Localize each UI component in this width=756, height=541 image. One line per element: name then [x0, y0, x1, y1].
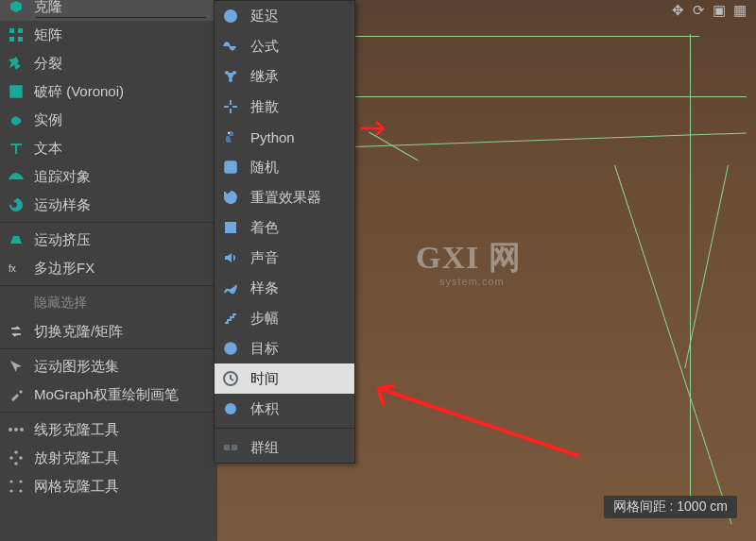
svg-point-30 — [229, 347, 232, 350]
svg-rect-22 — [225, 161, 236, 173]
menu-item-label: 放射克隆工具 — [34, 449, 217, 467]
python-icon — [220, 127, 241, 147]
sub-item-time[interactable]: 时间 — [215, 363, 354, 394]
viewport-move-icon[interactable]: ✥ — [669, 2, 686, 19]
menu-item-gridclone[interactable]: 网格克隆工具 — [0, 472, 217, 500]
sub-item-spline[interactable]: 样条 — [215, 273, 354, 303]
sub-item-label: 体积 — [250, 400, 279, 418]
status-grid-spacing: 网格间距 : 1000 cm — [604, 496, 737, 518]
svg-rect-0 — [9, 28, 14, 33]
svg-rect-37 — [232, 445, 237, 450]
menu-item-fracture[interactable]: 分裂 — [0, 49, 217, 77]
spiral-icon — [6, 194, 26, 215]
svg-point-8 — [14, 450, 18, 454]
sub-item-sound[interactable]: 声音 — [215, 243, 354, 273]
menu-item-label: 运动图形选集 — [34, 358, 217, 376]
menu-item-label: 破碎 (Voronoi) — [34, 83, 217, 101]
sub-item-push[interactable]: 推散 — [215, 92, 354, 122]
sub-item-step[interactable]: 步幅 — [215, 303, 354, 333]
svg-rect-36 — [224, 445, 230, 450]
menu-item-mospline[interactable]: 运动样条 — [0, 191, 217, 219]
sub-item-label: 随机 — [250, 159, 279, 177]
svg-point-33 — [227, 405, 229, 407]
svg-point-17 — [229, 14, 232, 18]
effectors-submenu: 延迟 公式 继承 推散 Python 随机 重置效果器 着色 声音 样条 步幅 — [214, 0, 355, 464]
watermark-text: GXI 网 — [416, 236, 522, 279]
svg-rect-27 — [225, 222, 231, 228]
cube-icon — [6, 0, 26, 17]
menu-item-label: 运动挤压 — [34, 231, 217, 249]
menu-item-label: 运动样条 — [34, 196, 217, 214]
voronoi-icon — [6, 81, 26, 102]
svg-point-25 — [232, 163, 235, 166]
clock-icon — [220, 368, 241, 389]
svg-point-11 — [9, 456, 13, 460]
menu-item-polyfx[interactable]: fx 多边形FX — [0, 254, 217, 282]
svg-point-9 — [19, 456, 23, 460]
menu-item-label: 分裂 — [34, 55, 217, 73]
svg-point-34 — [232, 407, 233, 409]
menu-item-weightbrush[interactable]: MoGraph权重绘制画笔 — [0, 380, 217, 409]
submenu-separator — [215, 428, 354, 429]
svg-point-12 — [9, 480, 12, 482]
extrude-icon — [6, 229, 26, 250]
sub-item-label: 推散 — [250, 98, 279, 116]
reset-icon — [220, 187, 241, 208]
svg-point-10 — [14, 462, 18, 465]
viewport-cam-icon[interactable]: ▦ — [731, 2, 748, 19]
sub-item-random[interactable]: 随机 — [215, 152, 354, 182]
menu-item-swap[interactable]: 切换克隆/矩阵 — [0, 317, 217, 346]
sub-item-formula[interactable]: 公式 — [215, 31, 354, 61]
sub-item-target[interactable]: 目标 — [215, 333, 354, 363]
menu-item-label: 隐藏选择 — [34, 295, 217, 312]
polyfx-icon: fx — [6, 258, 26, 279]
random-icon — [220, 157, 241, 178]
menu-item-label: 多边形FX — [34, 260, 217, 278]
sub-item-label: 公式 — [250, 38, 279, 56]
inherit-icon — [220, 66, 241, 87]
step-icon — [220, 308, 241, 329]
menu-item-label: 克隆 — [34, 0, 217, 16]
group-icon — [220, 437, 241, 458]
sub-item-label: 样条 — [250, 279, 279, 297]
sub-item-delay[interactable]: 延迟 — [215, 1, 354, 31]
menu-item-matrix[interactable]: 矩阵 — [0, 21, 217, 49]
sub-item-label: 继承 — [250, 68, 279, 86]
menu-item-tracer[interactable]: 追踪对象 — [0, 162, 217, 191]
menu-item-text[interactable]: 文本 — [0, 134, 217, 162]
brush-icon — [6, 384, 26, 405]
svg-point-15 — [19, 489, 22, 492]
menu-item-radialclone[interactable]: 放射克隆工具 — [0, 444, 217, 472]
sub-item-group[interactable]: 群组 — [215, 432, 354, 463]
grid-icon — [6, 25, 26, 45]
sub-item-python[interactable]: Python — [215, 122, 354, 152]
sub-item-volume[interactable]: 体积 — [215, 394, 354, 424]
menu-item-linearclone[interactable]: 线形克隆工具 — [0, 415, 217, 444]
sub-item-label: 声音 — [250, 249, 279, 267]
sub-item-inherit[interactable]: 继承 — [215, 61, 354, 92]
linear-icon — [6, 419, 26, 440]
svg-point-5 — [9, 428, 12, 431]
sub-item-label: Python — [250, 129, 295, 145]
sub-item-shader[interactable]: 着色 — [215, 212, 354, 243]
volume-icon — [220, 398, 241, 419]
sub-item-reeffector[interactable]: 重置效果器 — [215, 182, 354, 212]
menu-item-label: 实例 — [34, 111, 217, 129]
svg-point-13 — [19, 480, 22, 482]
viewport-rotate-icon[interactable]: ⟳ — [690, 2, 707, 19]
menu-item-instance[interactable]: 实例 — [0, 106, 217, 134]
mograph-menu: 克隆 矩阵 分裂 破碎 (Voronoi) 实例 文本 追踪对象 运动样条 运动… — [0, 0, 217, 541]
sub-item-label: 目标 — [250, 340, 279, 358]
menu-item-label: 线形克隆工具 — [34, 421, 217, 439]
target-icon — [220, 338, 241, 359]
shader-icon — [220, 217, 241, 238]
sub-item-label: 时间 — [250, 370, 279, 388]
menu-item-moextrude[interactable]: 运动挤压 — [0, 226, 217, 254]
viewport-zoom-icon[interactable]: ▣ — [711, 2, 728, 19]
menu-item-moselection[interactable]: 运动图形选集 — [0, 352, 217, 380]
sub-item-label: 延迟 — [250, 8, 279, 25]
fracture-icon — [6, 53, 26, 74]
svg-point-24 — [232, 169, 235, 172]
svg-point-35 — [229, 411, 231, 413]
menu-item-voronoi[interactable]: 破碎 (Voronoi) — [0, 77, 217, 106]
